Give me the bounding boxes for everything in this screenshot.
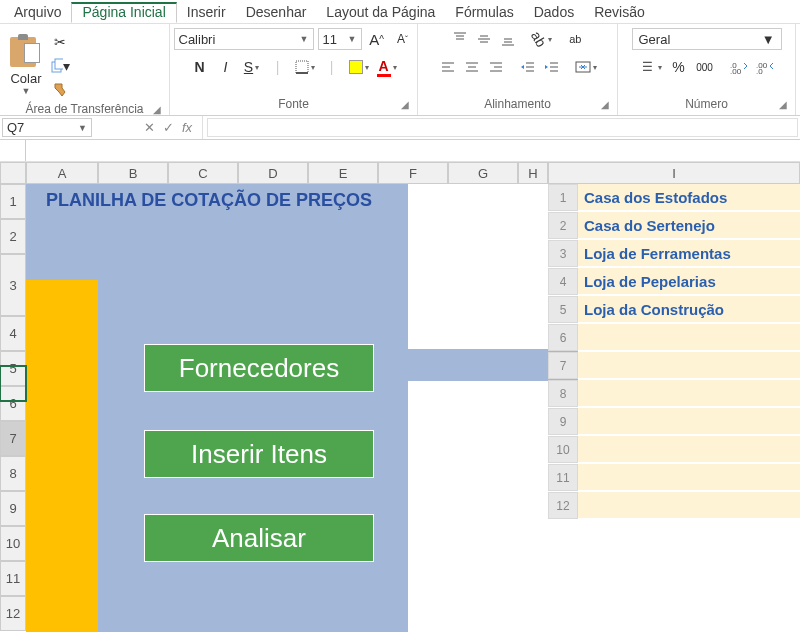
fornecedores-button[interactable]: Fornecedores (144, 344, 374, 392)
row-header[interactable]: 11 (0, 561, 26, 596)
group-number: Geral▼ ☰▾ % 000 .0.00 .00.0 Número◢ (618, 24, 796, 115)
col-header[interactable]: E (308, 162, 378, 184)
fx-button[interactable]: fx (182, 120, 192, 135)
align-top-button[interactable] (449, 28, 471, 50)
increase-indent-button[interactable] (541, 56, 563, 78)
col-header[interactable]: D (238, 162, 308, 184)
col-header[interactable]: G (448, 162, 518, 184)
underline-button[interactable]: S▾ (241, 56, 263, 78)
chevron-down-icon[interactable]: ▼ (78, 123, 87, 133)
launcher-icon[interactable]: ◢ (601, 99, 609, 110)
col-header[interactable]: B (98, 162, 168, 184)
align-right-button[interactable] (485, 56, 507, 78)
comma-button[interactable]: 000 (694, 56, 716, 78)
font-size-select[interactable]: 11▼ (318, 28, 362, 50)
supplier-cell-empty[interactable]: . (578, 408, 800, 435)
supplier-cell[interactable]: Loja de Ferramentas (578, 240, 800, 267)
fill-color-icon (349, 60, 363, 74)
supplier-cell[interactable]: Casa dos Estofados (578, 184, 800, 211)
col-header[interactable]: F (378, 162, 448, 184)
select-all-corner[interactable] (0, 162, 26, 184)
row-header[interactable]: 6 (0, 386, 26, 421)
supplier-cell-empty[interactable]: . (578, 352, 800, 379)
format-painter-button[interactable] (50, 80, 70, 100)
launcher-icon[interactable]: ◢ (779, 99, 787, 110)
supplier-cell[interactable]: Casa do Sertenejo (578, 212, 800, 239)
font-color-button[interactable]: A▾ (375, 56, 399, 78)
row-header[interactable]: 3 (0, 254, 26, 316)
h-cell: 2 (548, 212, 578, 239)
menu-formulas[interactable]: Fórmulas (445, 2, 523, 22)
fill-color-button[interactable]: ▾ (347, 56, 371, 78)
sheet-area[interactable]: PLANILHA DE COTAÇÃO DE PREÇOS Fornecedor… (26, 184, 800, 632)
col-header[interactable]: H (518, 162, 548, 184)
decrease-decimal-button[interactable]: .00.0 (754, 56, 776, 78)
decrease-font-button[interactable]: Aˇ (392, 28, 414, 50)
cut-button[interactable]: ✂ (50, 32, 70, 52)
borders-button[interactable]: ▾ (293, 56, 317, 78)
launcher-icon[interactable]: ◢ (401, 99, 409, 110)
paste-button[interactable]: Colar ▼ (8, 31, 44, 98)
supplier-cell-empty[interactable]: . (578, 464, 800, 491)
align-left-button[interactable] (437, 56, 459, 78)
supplier-cell-empty[interactable]: . (578, 492, 800, 519)
chevron-down-icon[interactable]: ▼ (300, 34, 309, 44)
orientation-button[interactable]: ab▾ (529, 28, 555, 50)
menu-pagina-inicial[interactable]: Página Inicial (71, 2, 176, 23)
col-header[interactable]: C (168, 162, 238, 184)
accounting-format-button[interactable]: ☰▾ (638, 56, 664, 78)
align-center-icon (464, 59, 480, 75)
increase-decimal-button[interactable]: .0.00 (728, 56, 750, 78)
merge-button[interactable]: ▾ (573, 56, 599, 78)
supplier-cell-empty[interactable]: . (578, 380, 800, 407)
bold-button[interactable]: N (189, 56, 211, 78)
row-header[interactable]: 4 (0, 316, 26, 351)
menu-revisao[interactable]: Revisão (584, 2, 655, 22)
copy-button[interactable]: ▾ (50, 56, 70, 76)
row-header[interactable]: 5 (0, 351, 26, 386)
row-header[interactable]: 8 (0, 456, 26, 491)
col-header[interactable]: A (26, 162, 98, 184)
number-format-select[interactable]: Geral▼ (632, 28, 782, 50)
col-header[interactable]: I (548, 162, 800, 184)
menu-inserir[interactable]: Inserir (177, 2, 236, 22)
menu-layout[interactable]: Layout da Página (316, 2, 445, 22)
row-header[interactable]: 9 (0, 491, 26, 526)
align-middle-button[interactable] (473, 28, 495, 50)
wrap-text-button[interactable]: ab (564, 28, 586, 50)
menu-desenhar[interactable]: Desenhar (236, 2, 317, 22)
svg-text:.0: .0 (756, 67, 763, 74)
cancel-formula-button[interactable]: ✕ (144, 120, 155, 135)
analisar-button[interactable]: Analisar (144, 514, 374, 562)
font-name-select[interactable]: Calibri▼ (174, 28, 314, 50)
h-cell: 1 (548, 184, 578, 211)
launcher-icon[interactable]: ◢ (153, 104, 161, 115)
row-header[interactable]: 10 (0, 526, 26, 561)
svg-rect-1 (55, 59, 63, 69)
chevron-down-icon[interactable]: ▼ (348, 34, 357, 44)
align-bottom-button[interactable] (497, 28, 519, 50)
italic-button[interactable]: I (215, 56, 237, 78)
increase-font-button[interactable]: A^ (366, 28, 388, 50)
align-center-button[interactable] (461, 56, 483, 78)
chevron-down-icon[interactable]: ▼ (762, 32, 775, 47)
row-header[interactable]: 2 (0, 219, 26, 254)
decrease-indent-button[interactable] (517, 56, 539, 78)
menu-arquivo[interactable]: Arquivo (4, 2, 71, 22)
row-header[interactable]: 7 (0, 421, 26, 456)
merge-icon (575, 59, 591, 75)
percent-button[interactable]: % (668, 56, 690, 78)
supplier-cell[interactable]: Loja de Pepelarias (578, 268, 800, 295)
align-right-icon (488, 59, 504, 75)
menu-dados[interactable]: Dados (524, 2, 584, 22)
formula-input[interactable] (207, 118, 798, 137)
inserir-itens-button[interactable]: Inserir Itens (144, 430, 374, 478)
row-header[interactable]: 1 (0, 184, 26, 219)
supplier-cell-empty[interactable]: . (578, 324, 800, 351)
name-box[interactable]: Q7▼ (2, 118, 92, 137)
confirm-formula-button[interactable]: ✓ (163, 120, 174, 135)
chevron-down-icon[interactable]: ▼ (22, 86, 31, 96)
row-header[interactable]: 12 (0, 596, 26, 631)
supplier-cell[interactable]: Loja da Construção (578, 296, 800, 323)
supplier-cell-empty[interactable]: . (578, 436, 800, 463)
